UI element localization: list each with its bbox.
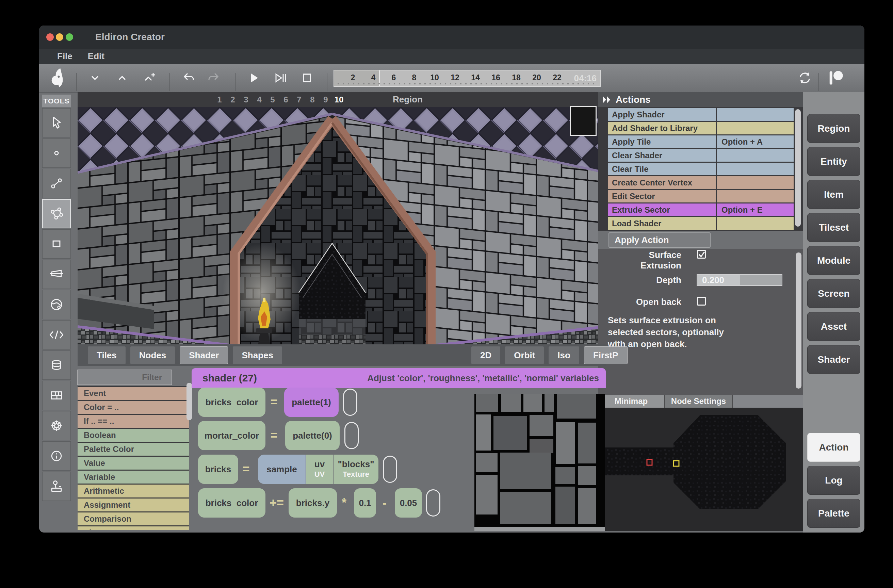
node-pill-bricks-y[interactable]: bricks.y (289, 488, 337, 517)
mode-button[interactable]: Shader (807, 345, 860, 374)
tool-rect-button[interactable] (42, 229, 71, 259)
tool-world-button[interactable] (42, 290, 71, 319)
action-row[interactable]: Clear Shader (608, 149, 794, 162)
action-row[interactable]: Extrude Sector Option + E (608, 203, 794, 216)
frame-number[interactable]: 6 (281, 92, 291, 107)
settings-scrollbar[interactable] (796, 253, 801, 389)
tool-info-button[interactable] (42, 441, 71, 471)
content-tab[interactable]: Nodes (130, 346, 175, 364)
node-palette-item[interactable]: Else (78, 526, 189, 530)
tool-linedef-button[interactable] (42, 169, 71, 198)
empty-slot[interactable] (383, 456, 397, 483)
mode-button[interactable]: Item (807, 180, 860, 209)
content-tab[interactable]: Shapes (233, 346, 282, 364)
move-down-button[interactable] (88, 71, 102, 85)
node-palette-item[interactable]: Value (78, 457, 189, 469)
tool-vertex-button[interactable] (42, 138, 71, 168)
tool-sector-button[interactable] (42, 199, 71, 228)
play-button[interactable] (247, 71, 260, 85)
node-palette-item[interactable]: Arithmetic (78, 484, 189, 498)
frame-number[interactable]: 2 (228, 92, 238, 107)
action-row[interactable]: Edit Sector (608, 190, 794, 203)
patreon-icon[interactable] (828, 70, 843, 86)
current-tile-swatch[interactable] (570, 106, 597, 136)
tool-code-button[interactable] (42, 320, 71, 349)
frame-number[interactable]: 9 (320, 92, 331, 107)
open-back-checkbox[interactable] (697, 297, 706, 305)
mode-button[interactable]: Asset (807, 312, 860, 341)
panel-button[interactable]: Action (807, 433, 860, 462)
play-pause-button[interactable] (273, 71, 287, 85)
node-palette-item[interactable]: Assignment (78, 499, 189, 511)
mode-button[interactable]: Tileset (807, 213, 860, 242)
menu-edit[interactable]: Edit (88, 51, 104, 62)
frame-number[interactable]: 3 (241, 92, 251, 107)
add-level-up-button[interactable] (142, 71, 156, 85)
filter-button[interactable]: Filter (77, 370, 172, 385)
collapse-panel-icon[interactable] (603, 96, 613, 104)
tool-select-button[interactable] (42, 108, 71, 137)
action-name[interactable]: Load Shader (608, 217, 716, 230)
node-pill-mortar-color[interactable]: mortar_color (198, 421, 265, 450)
action-row[interactable]: Load Shader (608, 217, 794, 230)
empty-slot[interactable] (344, 422, 359, 449)
content-tab[interactable]: Shader (180, 346, 228, 364)
action-row[interactable]: Clear Tile (608, 162, 794, 175)
undo-button[interactable] (182, 71, 195, 85)
node-palette-item[interactable]: Event (78, 387, 189, 400)
node-pill-texture[interactable]: "blocks" Texture (334, 455, 379, 484)
node-palette-item[interactable]: Boolean (78, 429, 189, 442)
node-pill-palette0[interactable]: palette(0) (285, 421, 340, 450)
action-name[interactable]: Clear Tile (608, 162, 716, 175)
action-row[interactable]: Create Center Vertex (608, 176, 794, 189)
menu-file[interactable]: File (57, 51, 72, 62)
refresh-button[interactable] (797, 71, 812, 86)
frame-number[interactable]: 1 (214, 92, 225, 107)
redo-button[interactable] (207, 71, 221, 85)
node-pill-bricks-color[interactable]: bricks_color (198, 388, 265, 417)
apply-action-button[interactable]: Apply Action (609, 232, 711, 248)
action-row[interactable]: Apply Tile Option + A (608, 135, 794, 148)
timeline-ruler[interactable]: 246810121416182022 04:16 (334, 70, 601, 87)
stop-button[interactable] (300, 71, 314, 85)
tool-tileset-button[interactable] (42, 381, 71, 410)
frame-number[interactable]: 4 (254, 92, 265, 107)
panel-button[interactable]: Log (807, 466, 860, 495)
empty-slot[interactable] (426, 489, 440, 517)
action-name[interactable]: Clear Shader (608, 149, 716, 162)
node-palette-item[interactable]: Variable (78, 471, 189, 484)
view-mode-tab[interactable]: Iso (549, 346, 579, 364)
node-pill-bricks-color2[interactable]: bricks_color (198, 488, 265, 517)
tool-frustum-button[interactable] (42, 260, 71, 289)
node-pill-0-1[interactable]: 0.1 (354, 488, 376, 517)
zoom-window-button[interactable] (66, 33, 73, 41)
node-pill-uv[interactable]: uv UV (306, 455, 333, 484)
action-name[interactable]: Extrude Sector (608, 203, 716, 216)
node-list-scrollbar[interactable] (186, 383, 192, 420)
minimap-tab[interactable]: Node Settings (665, 395, 733, 408)
content-tab[interactable]: Tiles (88, 346, 126, 364)
surface-extrusion-checkbox[interactable] (697, 250, 706, 259)
action-name[interactable]: Apply Tile (608, 135, 716, 148)
close-window-button[interactable] (46, 33, 54, 41)
mode-button[interactable]: Region (807, 114, 860, 143)
node-pill-bricks[interactable]: bricks (198, 455, 238, 484)
mode-button[interactable]: Screen (807, 279, 860, 308)
action-row[interactable]: Apply Shader (608, 108, 794, 121)
tool-game-button[interactable] (42, 472, 71, 501)
move-up-button[interactable] (115, 71, 129, 85)
minimap-tab[interactable]: Minimap (598, 395, 665, 408)
actions-scrollbar[interactable] (795, 109, 801, 227)
action-name[interactable]: Edit Sector (608, 190, 716, 203)
tool-settings-button[interactable] (42, 411, 71, 440)
frame-number[interactable]: 10 (334, 92, 344, 107)
frame-number[interactable]: 7 (294, 92, 304, 107)
mode-button[interactable]: Entity (807, 147, 860, 176)
node-palette-item[interactable]: Comparison (78, 513, 189, 525)
mode-button[interactable]: Module (807, 246, 860, 275)
action-row[interactable]: Add Shader to Library (608, 122, 794, 134)
tool-data-button[interactable] (42, 350, 71, 380)
node-palette-item[interactable]: Color = .. (78, 401, 189, 414)
node-pill-palette1[interactable]: palette(1) (284, 388, 338, 417)
panel-button[interactable]: Palette (807, 499, 860, 528)
